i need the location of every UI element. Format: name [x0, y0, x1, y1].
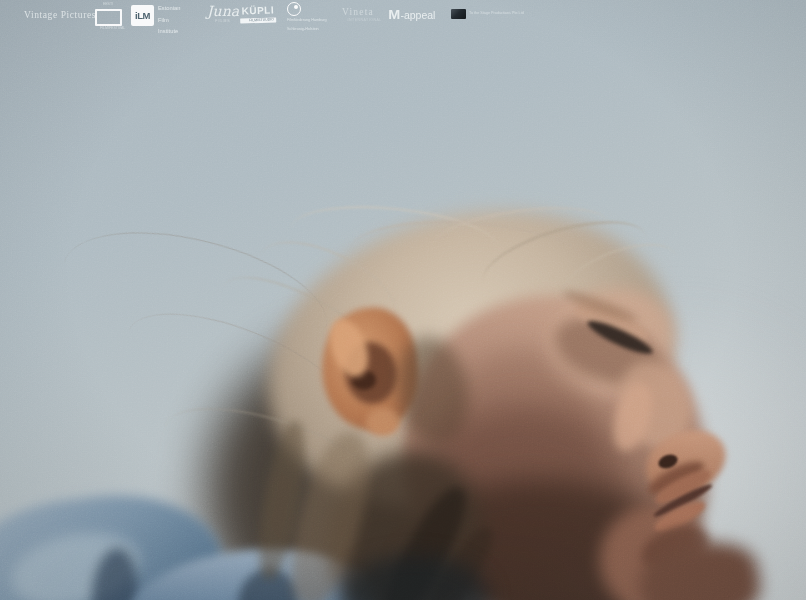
film-frame-logo-top-text: EESTI [100, 2, 116, 6]
film-frame-logo: EESTI FILMIFESTIVAL [92, 2, 124, 33]
stage-productions-logo: To the Stage Productions Pte Ltd [451, 9, 579, 20]
film-fund-line: Filmförderung Hamburg [287, 18, 327, 22]
distributor-wordmark-logo: Vineta INTERNATIONAL [337, 7, 379, 25]
earlobe [366, 408, 400, 436]
efi-line: Institute [158, 28, 180, 34]
efi-line: Film [158, 17, 180, 23]
film-fund-line: Schleswig-Holstein [287, 27, 327, 31]
kupli-bar: FILMISTUUDIO [240, 17, 276, 24]
screen-frame-icon [95, 9, 122, 26]
film-poster: Vintage Pictures EESTI FILMIFESTIVAL iLM… [0, 0, 806, 600]
vintage-pictures-logo: Vintage Pictures [24, 10, 96, 20]
film-fund-circle-dot [294, 5, 298, 9]
m-appeal-mark-icon: M [388, 8, 400, 22]
m-appeal-logo: M-appeal [389, 8, 435, 22]
kupli-wordmark: KÜPLI [239, 5, 277, 16]
distributor-wordmark: Vineta [337, 7, 379, 18]
distributor-subtext: INTERNATIONAL [348, 18, 369, 22]
portrait-photo [0, 0, 806, 600]
film-frame-logo-bottom-text: FILMIFESTIVAL [100, 26, 116, 30]
estonian-film-institute-icon: iLM [131, 5, 154, 26]
kupli-logo: KÜPLI FILMISTUUDIO [239, 5, 278, 23]
juna-subtext: FILMS [215, 19, 232, 23]
estonian-film-institute-logo: Estonian Film Institute [158, 5, 199, 40]
m-appeal-wordmark: -appeal [400, 9, 435, 21]
stage-productions-label: To the Stage Productions Pte Ltd [469, 11, 524, 15]
efi-line: Estonian [158, 5, 180, 11]
kupli-subtext: FILMISTUUDIO [249, 17, 267, 21]
juna-logo: Juna FILMS [206, 3, 240, 26]
production-logo-bar: Vintage Pictures EESTI FILMIFESTIVAL iLM… [0, 0, 806, 34]
film-fund-circle-icon [287, 2, 301, 16]
juna-wordmark: Juna [206, 3, 240, 19]
stage-productions-icon [451, 9, 466, 19]
